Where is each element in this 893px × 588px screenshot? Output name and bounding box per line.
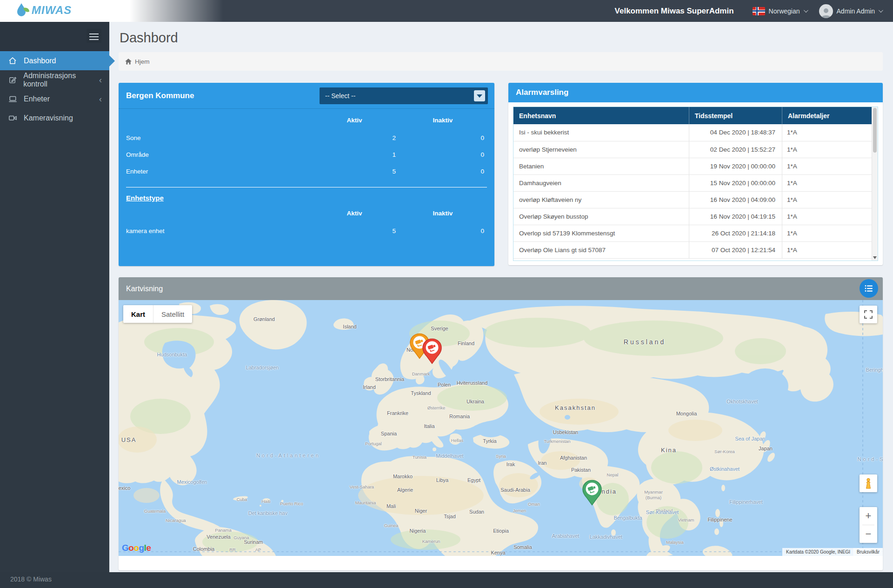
map-list-toggle-button[interactable]	[860, 279, 878, 298]
scrollbar-thumb[interactable]	[873, 108, 877, 153]
map-marker-green[interactable]	[582, 480, 602, 506]
sidebar-nav: Dashbord Administrasjons kontroll ‹ Enhe…	[0, 51, 109, 127]
alarm-details: 1*A	[782, 124, 872, 141]
alarm-details: 1*A	[782, 208, 872, 225]
alarm-table-row: Overlop sid 57139 Klommestensgt 26 Oct 2…	[513, 225, 872, 241]
alarm-table-row: Overløp Skøyen busstop 16 Nov 2020 | 04:…	[513, 208, 872, 225]
google-logo[interactable]: Google	[122, 543, 151, 553]
bergen-panel-title: Bergen Kommune	[126, 91, 194, 100]
aktiv-value: 1	[310, 151, 399, 158]
device-name: Betanien	[513, 158, 689, 174]
google-logo-letter: o	[128, 543, 133, 553]
user-menu[interactable]: Admin Admin	[819, 4, 882, 18]
sidebar-toggle-button[interactable]	[87, 29, 101, 43]
norwegian-flag-icon	[753, 7, 765, 15]
row-label: Område	[126, 151, 310, 158]
aktiv-value: 2	[310, 134, 399, 141]
main-content: Dashbord Hjem Bergen Kommune -- Select -…	[109, 22, 893, 572]
timestamp: 19 Nov 2020 | 00:00:00	[689, 158, 782, 174]
device-name: Overløp Skøyen busstop	[513, 208, 689, 225]
map-attribution: Kartdata ©2020 Google, INEGI	[782, 548, 854, 556]
sidebar-item-label: Enheter	[24, 95, 50, 103]
map-type-satellitt-button[interactable]: Satellitt	[153, 305, 192, 323]
logo-text: MIWAS	[32, 4, 72, 17]
chevron-down-icon	[879, 8, 883, 13]
alarm-table-row: overløp Kløftaveien ny 16 Nov 2020 | 04:…	[513, 191, 872, 208]
device-name: Overlop sid 57139 Klommestensgt	[513, 225, 689, 241]
alarm-panel-title: Alarmvarsling	[516, 88, 568, 97]
zoom-out-button[interactable]: −	[860, 525, 877, 543]
copyright-text: 2018 © Miwas	[10, 575, 52, 583]
zoom-control: + −	[860, 507, 877, 543]
pegman-button[interactable]	[860, 474, 877, 492]
col-inaktiv: Inaktiv	[399, 210, 487, 217]
sidebar-item-enheter[interactable]: Enheter ‹	[0, 89, 109, 108]
alarm-table-header-row: Enhetsnavn Tidsstempel Alarmdetaljer	[513, 107, 872, 124]
google-logo-letter: g	[139, 543, 144, 553]
col-enhetsnavn: Enhetsnavn	[513, 107, 689, 124]
timestamp: 07 Oct 2020 | 12:21:54	[689, 241, 782, 258]
timestamp: 02 Dec 2020 | 15:52:27	[689, 141, 782, 158]
app-footer: 2018 © Miwas	[0, 572, 893, 588]
row-label: Sone	[126, 134, 310, 141]
sidebar-item-kameravisning[interactable]: Kameravisning	[0, 108, 109, 127]
sidebar-item-label: Dashbord	[24, 57, 56, 65]
fullscreen-button[interactable]	[860, 306, 877, 323]
breadcrumb-item[interactable]: Hjem	[135, 58, 150, 65]
home-icon	[8, 57, 19, 65]
scrollbar-down-arrow[interactable]	[873, 256, 877, 259]
alarm-table-row: Isi - skui bekkerist 04 Dec 2020 | 18:48…	[513, 124, 872, 141]
chevron-left-icon: ‹	[99, 95, 102, 103]
pegman-icon	[864, 478, 873, 489]
inaktiv-value: 0	[399, 227, 487, 234]
language-selector[interactable]: Norwegian	[753, 7, 807, 15]
sidebar-item-dashbord[interactable]: Dashbord	[0, 51, 109, 70]
bergen-kommune-panel: Bergen Kommune -- Select -- Aktiv Inakti…	[119, 83, 494, 266]
enhetstype-subtitle: Enhetstype	[126, 194, 494, 202]
home-icon	[125, 59, 132, 65]
col-tidsstempel: Tidsstempel	[689, 107, 782, 124]
sidebar: Dashbord Administrasjons kontroll ‹ Enhe…	[0, 22, 109, 572]
sidebar-item-label: Administrasjons kontroll	[23, 72, 99, 88]
language-label: Norwegian	[769, 7, 800, 15]
breadcrumb: Hjem	[119, 52, 883, 71]
device-name: Damhaugveien	[513, 174, 689, 191]
bergen-table-header: Aktiv Inaktiv	[126, 111, 487, 129]
page-title: Dashbord	[120, 30, 883, 46]
zoom-in-button[interactable]: +	[860, 507, 877, 525]
camera-icon	[8, 114, 19, 122]
col-alarmdetaljer: Alarmdetaljer	[782, 107, 872, 124]
bergen-type-header: Aktiv Inaktiv	[126, 204, 487, 222]
alarm-panel: Alarmvarsling Enhetsnavn Tidsstempel Ala…	[508, 83, 883, 265]
row-label: kamera enhet	[126, 227, 310, 234]
alarm-table-container: Enhetsnavn Tidsstempel Alarmdetaljer Isi…	[513, 107, 878, 261]
alarm-details: 1*A	[782, 241, 872, 258]
edit-icon	[8, 76, 18, 84]
bergen-table-row: Enheter 5 0	[126, 163, 487, 180]
timestamp: 16 Nov 2020 | 04:09:00	[689, 191, 782, 208]
col-inaktiv: Inaktiv	[399, 117, 487, 124]
select-dropdown[interactable]: -- Select --	[320, 87, 488, 104]
scrollbar[interactable]	[872, 107, 878, 261]
alarm-details: 1*A	[782, 141, 872, 158]
fullscreen-icon	[864, 310, 873, 319]
chevron-down-icon	[803, 8, 808, 13]
map-panel-title: Kartvisning	[126, 285, 163, 293]
alarm-table-row: overløp Stjerneveien 02 Dec 2020 | 15:52…	[513, 141, 872, 158]
device-name: overløp Kløftaveien ny	[513, 191, 689, 208]
map-marker-red[interactable]	[422, 338, 442, 364]
sidebar-item-administrasjons-kontroll[interactable]: Administrasjons kontroll ‹	[0, 70, 109, 89]
app-logo[interactable]: MIWAS	[16, 2, 72, 18]
top-header: MIWAS Velkommen Miwas SuperAdmin Norwegi…	[0, 0, 893, 22]
alarm-table-row: Overløp Ole Lians gt sid 57087 07 Oct 20…	[513, 241, 872, 258]
map-type-kart-button[interactable]: Kart	[123, 305, 153, 323]
chevron-left-icon: ‹	[99, 76, 102, 84]
alarm-details: 1*A	[782, 191, 872, 208]
google-logo-letter: e	[146, 543, 151, 553]
user-name: Admin Admin	[837, 7, 875, 15]
timestamp: 15 Nov 2020 | 00:00:00	[689, 174, 782, 191]
map[interactable]: GrønlandIslandNorgeSverigeFinlandDanmark…	[119, 300, 883, 556]
map-terms-link[interactable]: Bruksvilkår	[853, 548, 883, 556]
timestamp: 04 Dec 2020 | 18:48:37	[689, 124, 782, 141]
alarm-table-row: Betanien 19 Nov 2020 | 00:00:00 1*A	[513, 158, 872, 174]
